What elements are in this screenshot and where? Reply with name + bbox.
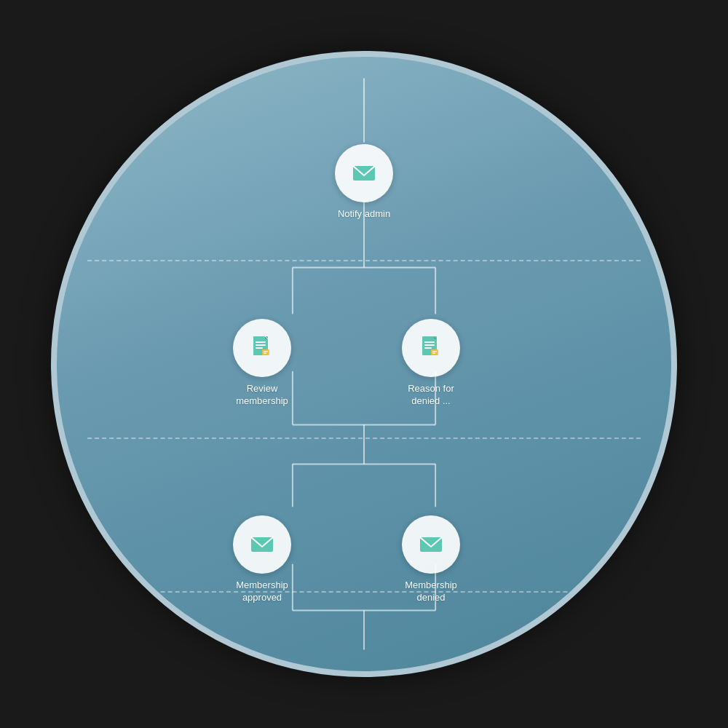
svg-rect-19 (256, 341, 266, 343)
diagram-container: Notify admin Reviewmembership (51, 51, 677, 677)
reason-denied-node[interactable]: Reason fordenied ... (402, 319, 460, 408)
svg-rect-29 (431, 349, 438, 355)
svg-rect-24 (264, 353, 266, 355)
membership-approved-node[interactable]: Membershipapproved (233, 515, 291, 604)
svg-rect-27 (424, 344, 435, 346)
svg-rect-22 (262, 349, 269, 355)
reason-denied-circle (402, 319, 460, 377)
svg-rect-30 (432, 351, 437, 352)
notify-admin-label: Notify admin (338, 208, 390, 221)
review-membership-circle (233, 319, 291, 377)
reason-denied-label: Reason fordenied ... (408, 383, 454, 408)
document-icon-2 (418, 335, 444, 361)
svg-rect-21 (256, 347, 263, 349)
email-icon (351, 160, 377, 186)
dashed-line-mid (87, 438, 641, 439)
email-approved-icon (249, 531, 275, 558)
review-membership-node[interactable]: Reviewmembership (233, 319, 291, 408)
review-membership-label: Reviewmembership (236, 383, 288, 408)
notify-admin-circle (335, 144, 393, 202)
svg-rect-31 (432, 353, 435, 355)
svg-rect-26 (424, 341, 435, 343)
membership-approved-label: Membershipapproved (236, 579, 288, 604)
membership-approved-circle (233, 515, 291, 574)
membership-denied-circle (402, 515, 460, 574)
svg-rect-20 (256, 344, 266, 346)
notify-admin-node[interactable]: Notify admin (335, 144, 393, 221)
membership-denied-node[interactable]: Membershipdenied (402, 515, 460, 604)
membership-denied-label: Membershipdenied (405, 579, 457, 604)
dashed-line-bot (87, 591, 641, 593)
document-icon-1 (249, 335, 275, 361)
svg-rect-28 (424, 347, 432, 349)
email-denied-icon (418, 531, 444, 558)
svg-rect-23 (264, 351, 268, 352)
dashed-line-top (87, 260, 641, 261)
